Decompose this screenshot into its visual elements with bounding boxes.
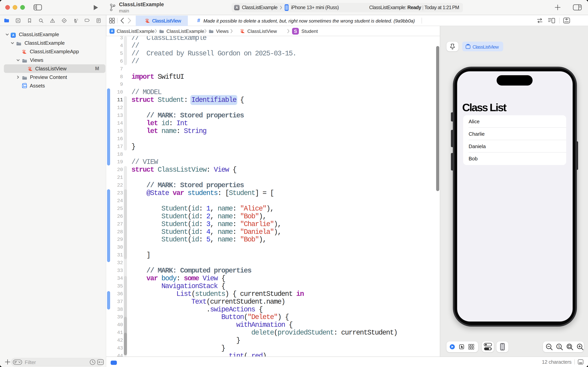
svg-text:1: 1 <box>558 345 560 348</box>
